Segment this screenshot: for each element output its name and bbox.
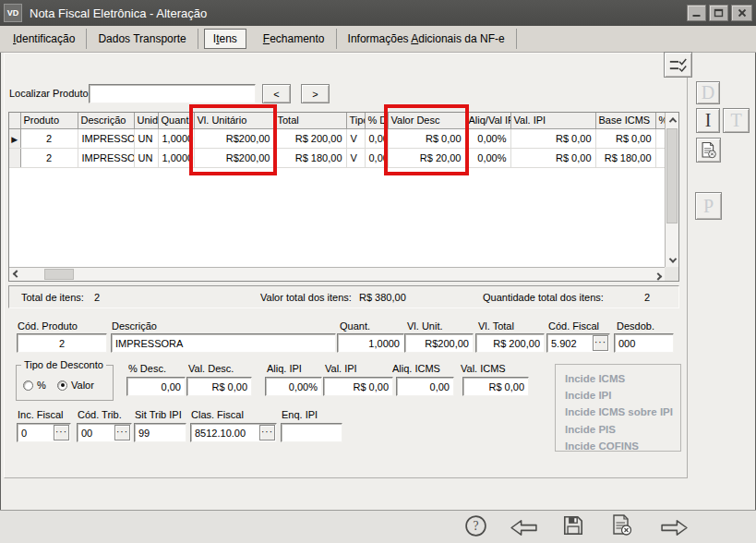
mark-items-button[interactable] [664,52,692,78]
vl-total-input[interactable] [475,333,545,353]
desdob-input[interactable] [614,333,674,353]
vertical-scroll-thumb[interactable] [666,128,678,223]
inc-fiscal-lookup-button[interactable]: ··· [54,425,69,440]
p-button: P [695,192,722,220]
pct-desc-input[interactable] [126,377,186,396]
grid-row-2[interactable]: 2 IMPRESSOR UN 1,0000 R$200,00 R$ 180,00… [9,148,665,167]
col-produto: Produto [20,113,78,128]
chevron-down-icon [668,255,676,262]
previous-button[interactable] [509,517,539,540]
incide-pis: Incide PIS [565,421,680,438]
tab-fechamento[interactable]: Fechamento [252,29,336,49]
pct-desc-label: % Desc. [128,363,166,374]
scroll-left-button[interactable] [9,268,23,282]
enq-ipi-label: Enq. IPI [282,409,318,420]
next-item-button[interactable]: > [301,84,330,103]
arrow-right-icon [659,517,690,538]
tab-informacoes-adicionais[interactable]: Informações Adicionais da NF-e [337,29,516,49]
cod-produto-label: Cód. Produto [18,320,78,332]
tipo-desconto-legend: Tipo de Desconto [21,359,106,370]
current-row-marker: ▶ [11,135,18,144]
col-unid: Unid [134,113,158,128]
close-button[interactable] [731,5,752,21]
itens-tab-page: Localizar Produto < > Produto [4,53,688,478]
minimize-icon [691,8,702,18]
col-pct-desc: % De [365,113,388,128]
incide-icms: Incide ICMS [565,370,680,387]
aliq-ipi-label: Aliq. IPI [267,363,302,374]
prev-item-button[interactable]: < [262,84,291,103]
total-itens-value: 2 [94,292,100,303]
maximize-icon [714,8,724,18]
incide-icms-sobre-ipi: Incide ICMS sobre IPI [565,404,680,420]
col-descricao: Descrição [78,113,134,128]
col-total: Total [274,113,346,128]
aliq-icms-input[interactable] [396,377,454,396]
val-desc-input[interactable] [186,377,252,396]
items-grid: Produto Descrição Unid Quant. Vl. Unitár… [8,112,679,282]
inc-fiscal-label: Inc. Fiscal [18,409,64,420]
localizar-produto-input[interactable] [89,84,256,103]
col-base-icms: Base ICMS [595,113,655,128]
quantidade-total-value: 2 [644,292,650,303]
quant-input[interactable] [337,333,404,353]
cod-produto-input[interactable] [17,333,107,353]
tab-strip: Identificação Dados Transporte Itens Fec… [0,26,756,53]
col-pct: % [655,113,665,128]
cod-trib-lookup-button[interactable]: ··· [114,425,130,440]
help-button[interactable]: ? [464,514,487,539]
vl-unit-label: Vl. Unit. [407,320,443,332]
quant-label: Quant. [340,320,370,332]
chevron-left-icon [12,270,19,277]
save-icon [561,513,585,537]
maximize-button[interactable] [709,5,728,21]
descricao-input[interactable] [111,333,336,353]
col-val-ipi: Val. IPI [510,113,595,128]
scroll-up-button[interactable] [666,113,679,127]
cancel-item-button[interactable] [696,138,721,163]
scroll-right-button[interactable] [651,268,665,282]
radio-desconto-pct[interactable]: % [23,380,46,391]
items-grid-body: Produto Descrição Unid Quant. Vl. Unitár… [9,113,665,267]
aliq-ipi-input[interactable] [265,377,322,396]
cod-fiscal-lookup-button[interactable]: ··· [593,335,608,351]
document-cancel-icon [700,141,718,160]
horizontal-scroll-thumb[interactable] [44,269,74,280]
cancel-button[interactable] [610,513,634,539]
clas-fiscal-lookup-button[interactable]: ··· [259,425,275,440]
col-selector [9,113,20,128]
radio-icon [23,380,33,391]
radio-desconto-valor[interactable]: Valor [57,380,94,391]
valor-total-value: R$ 380,00 [359,292,406,303]
vl-unit-input[interactable] [404,333,474,353]
tab-dados-transporte[interactable]: Dados Transporte [87,29,197,49]
tab-separator [516,29,517,49]
tab-separator [198,29,198,49]
nota-fiscal-window: VD Nota Fiscal Eletrônica - Alteração Id… [0,0,756,543]
incide-ipi: Incide IPI [565,387,680,404]
grid-row-1[interactable]: ▶ 2 IMPRESSOR UN 1,0000 R$200,00 R$ 200,… [9,128,665,148]
i-button[interactable]: I [696,108,720,133]
localizar-produto-label: Localizar Produto [9,88,89,99]
val-icms-input[interactable] [462,377,529,396]
val-ipi-input[interactable] [323,377,393,396]
next-button[interactable] [659,517,690,540]
col-valor-desc: Valor Desc [388,113,465,128]
radio-icon [57,380,67,391]
tab-identificacao[interactable]: Identificação [2,29,86,49]
col-aliq-val-ip: Aliq/Val IP [465,113,510,128]
app-icon[interactable]: VD [4,4,22,22]
descricao-label: Descrição [112,320,157,332]
tab-itens[interactable]: Itens [204,29,246,49]
valor-total-label: Valor total dos itens: [260,292,352,303]
sit-trib-ipi-label: Sit Trib IPI [135,409,182,420]
arrow-left-icon [509,517,539,538]
scroll-down-button[interactable] [666,253,679,267]
col-tipo: Tipo [346,113,365,128]
help-icon: ? [464,514,487,537]
sit-trib-ipi-input[interactable] [134,423,186,442]
enq-ipi-input[interactable] [281,423,342,442]
close-icon [738,8,747,18]
minimize-button[interactable] [687,5,706,21]
save-button[interactable] [561,513,585,539]
